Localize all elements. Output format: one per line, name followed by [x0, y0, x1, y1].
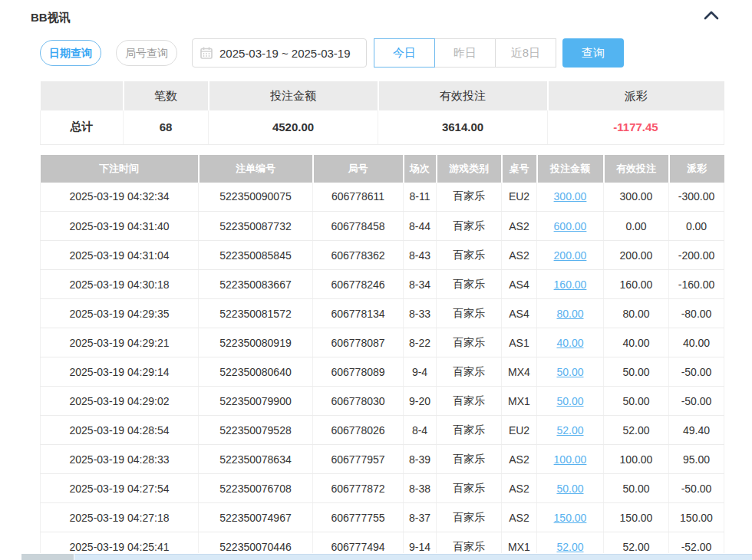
bet-time-cell: 2025-03-19 04:28:33	[41, 445, 199, 474]
bet-time-cell: 2025-03-19 04:30:18	[41, 270, 199, 299]
date-range-input[interactable]: 2025-03-19 ~ 2025-03-19	[192, 38, 367, 68]
table-no-cell: AS4	[502, 299, 537, 328]
quick-range-today[interactable]: 今日	[374, 38, 435, 68]
summary-total-label: 总计	[41, 110, 124, 144]
scrollbar-track[interactable]	[74, 554, 752, 560]
table-no-cell: AS2	[502, 474, 537, 503]
valid-bet-cell: 40.00	[604, 328, 669, 357]
table-row: 2025-03-19 04:27:18522350074967606777755…	[41, 503, 724, 532]
payout-cell: 150.00	[669, 503, 724, 532]
bet-no-cell: 522350079528	[199, 416, 313, 445]
bet-amount-link[interactable]: 600.00	[554, 220, 587, 232]
bet-time-cell: 2025-03-19 04:27:54	[41, 474, 199, 503]
round-no-cell: 606778134	[313, 299, 404, 328]
bet-amount-link[interactable]: 50.00	[556, 366, 583, 378]
bet-amount-cell: 40.00	[537, 328, 604, 357]
payout-cell: -160.00	[669, 270, 724, 299]
session-cell: 8-11	[404, 183, 437, 212]
bet-amount-link[interactable]: 52.00	[556, 541, 583, 553]
table-row: 2025-03-19 04:29:02522350079900606778030…	[41, 387, 724, 416]
date-query-tab[interactable]: 日期查询	[40, 40, 101, 66]
table-row: 2025-03-19 04:31:40522350087732606778458…	[41, 212, 724, 241]
table-no-cell: AS4	[502, 270, 537, 299]
game-type-cell: 百家乐	[437, 241, 502, 270]
table-no-cell: AS2	[502, 241, 537, 270]
valid-bet-cell: 80.00	[604, 299, 669, 328]
collapse-panel-button[interactable]	[699, 9, 724, 24]
payout-cell: 49.40	[669, 416, 724, 445]
payout-cell: -50.00	[669, 357, 724, 387]
bet-time-cell: 2025-03-19 04:29:14	[41, 357, 199, 387]
bet-no-cell: 522350087732	[199, 212, 313, 241]
column-header: 局号	[313, 155, 404, 183]
bet-no-cell: 522350076708	[199, 474, 313, 503]
game-type-cell: 百家乐	[437, 416, 502, 445]
table-row: 2025-03-19 04:27:54522350076708606777872…	[41, 474, 724, 503]
game-type-cell: 百家乐	[437, 328, 502, 357]
horizontal-scrollbar	[0, 553, 752, 560]
session-cell: 8-33	[404, 299, 437, 328]
payout-cell: -300.00	[669, 183, 724, 212]
table-row: 2025-03-19 04:32:34522350090075606778611…	[41, 183, 724, 212]
table-row: 2025-03-19 04:28:54522350079528606778026…	[41, 416, 724, 445]
session-cell: 8-4	[404, 416, 437, 445]
bet-time-cell: 2025-03-19 04:28:54	[41, 416, 199, 445]
round-no-cell: 606778362	[313, 241, 404, 270]
summary-column-header: 派彩	[548, 81, 724, 110]
round-no-cell: 606778087	[313, 328, 404, 357]
bet-time-cell: 2025-03-19 04:29:02	[41, 387, 199, 416]
bet-no-cell: 522350080919	[199, 328, 313, 357]
bet-amount-link[interactable]: 40.00	[556, 337, 583, 349]
bet-amount-link[interactable]: 100.00	[554, 453, 587, 466]
table-no-cell: MX1	[502, 387, 537, 416]
table-no-cell: AS2	[502, 503, 537, 532]
bet-amount-cell: 160.00	[537, 270, 604, 299]
column-header: 派彩	[669, 155, 724, 183]
round-no-cell: 606778030	[313, 387, 404, 416]
bet-amount-cell: 100.00	[537, 445, 604, 474]
table-row: 2025-03-19 04:28:33522350078634606777957…	[41, 445, 724, 474]
bet-amount-cell: 600.00	[537, 212, 604, 241]
bet-amount-link[interactable]: 50.00	[556, 483, 583, 495]
bet-amount-cell: 50.00	[537, 357, 604, 387]
valid-bet-cell: 300.00	[604, 183, 669, 212]
bet-amount-cell: 300.00	[537, 183, 604, 212]
table-no-cell: MX4	[502, 357, 537, 387]
column-header: 场次	[404, 155, 437, 183]
bet-amount-link[interactable]: 300.00	[554, 190, 587, 203]
bet-time-cell: 2025-03-19 04:27:18	[41, 503, 199, 532]
valid-bet-cell: 100.00	[604, 445, 669, 474]
bet-no-cell: 522350081572	[199, 299, 313, 328]
detail-table-body: 2025-03-19 04:32:34522350090075606778611…	[41, 183, 724, 560]
bet-amount-link[interactable]: 160.00	[554, 278, 587, 291]
valid-bet-cell: 50.00	[604, 357, 669, 387]
bet-no-cell: 522350080640	[199, 357, 313, 387]
bet-time-cell: 2025-03-19 04:31:04	[41, 241, 199, 270]
bet-time-cell: 2025-03-19 04:29:21	[41, 328, 199, 357]
round-no-cell: 606777872	[313, 474, 404, 503]
search-button[interactable]: 查询	[562, 38, 624, 68]
valid-bet-cell: 160.00	[604, 270, 669, 299]
bet-no-cell: 522350074967	[199, 503, 313, 532]
bet-amount-link[interactable]: 200.00	[554, 249, 587, 262]
bet-amount-link[interactable]: 52.00	[556, 424, 583, 436]
session-cell: 9-20	[404, 387, 437, 416]
bet-amount-link[interactable]: 80.00	[556, 308, 583, 320]
round-no-cell: 606778246	[313, 270, 404, 299]
quick-range-last8days[interactable]: 近8日	[495, 38, 556, 68]
bet-amount-cell: 150.00	[537, 503, 604, 532]
round-query-tab[interactable]: 局号查询	[116, 40, 177, 66]
game-type-cell: 百家乐	[437, 474, 502, 503]
bet-time-cell: 2025-03-19 04:31:40	[41, 212, 199, 241]
chevron-up-icon	[704, 11, 719, 22]
quick-range-yesterday[interactable]: 昨日	[434, 38, 496, 68]
bet-amount-link[interactable]: 150.00	[554, 512, 587, 524]
round-no-cell: 606777755	[313, 503, 404, 532]
payout-cell: 0.00	[669, 212, 724, 241]
column-header: 下注时间	[41, 155, 199, 183]
round-no-cell: 606778611	[313, 183, 404, 212]
valid-bet-cell: 200.00	[604, 241, 669, 270]
summary-value: 4520.00	[209, 110, 378, 144]
bet-amount-link[interactable]: 50.00	[556, 395, 583, 407]
scrollbar-thumb[interactable]	[21, 554, 74, 560]
